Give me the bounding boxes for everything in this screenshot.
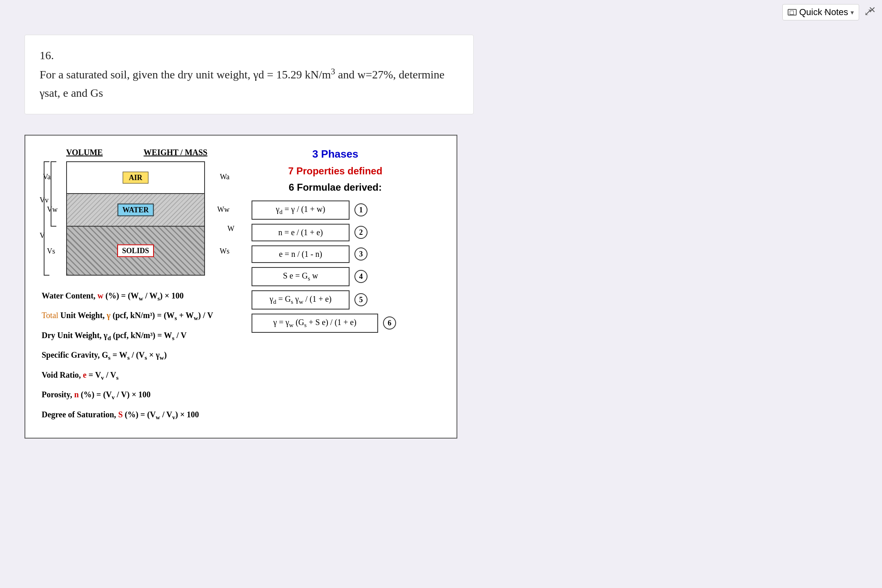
- formula-num-1: 1: [354, 203, 368, 216]
- air-phase: AIR: [66, 161, 205, 194]
- question-number: 16.: [40, 47, 68, 65]
- main-content: 16. For a saturated soil, given the dry …: [0, 22, 882, 451]
- formula-box-4: S e = Gs w: [252, 267, 350, 286]
- ws-label: Ws: [220, 247, 229, 256]
- formula-box-6: γ = γw (Gs + S e) / (1 + e): [252, 314, 378, 333]
- total-unit-eq: Total Unit Weight, γ (pcf, kN/m³) = (Ws …: [42, 307, 238, 325]
- quick-notes-icon: [788, 9, 797, 16]
- formulae-title: 6 Formulae derived:: [252, 182, 419, 193]
- phases-title: 3 Phases: [252, 148, 419, 160]
- formula-box-5: γd = Gs γw / (1 + e): [252, 290, 350, 310]
- spec-grav-eq: Specific Gravity, Gs = Ws / (Vs × γw): [42, 346, 238, 365]
- formula-row-6: γ = γw (Gs + S e) / (1 + e) 6: [252, 314, 419, 333]
- water-phase: WATER: [66, 194, 205, 227]
- formula-box-1: γd = γ / (1 + w): [252, 200, 350, 220]
- w-label: W: [227, 225, 234, 233]
- dropdown-arrow-icon: ▾: [851, 9, 854, 16]
- v-brace: [44, 161, 49, 276]
- diagram-left: VOLUME WEIGHT / MASS Va Vv Vw V Vs: [42, 148, 238, 426]
- ww-label: Ww: [217, 205, 229, 214]
- formula-row-4: S e = Gs w 4: [252, 267, 419, 286]
- formula-num-5: 5: [354, 293, 368, 306]
- formula-num-6: 6: [383, 316, 396, 330]
- weight-mass-header: WEIGHT / MASS: [144, 148, 207, 157]
- dry-unit-eq: Dry Unit Weight, γd (pcf, kN/m³) = Ws / …: [42, 327, 238, 345]
- question-text: For a saturated soil, given the dry unit…: [40, 65, 459, 102]
- vv-brace: [51, 161, 56, 227]
- solid-phase: SOLIDS: [66, 227, 205, 276]
- solids-label: SOLIDS: [117, 244, 154, 257]
- porosity-eq: Porosity, n (%) = (Vv / V) × 100: [42, 386, 238, 404]
- diagram-container: VOLUME WEIGHT / MASS Va Vv Vw V Vs: [24, 135, 457, 439]
- formula-num-2: 2: [354, 226, 368, 239]
- formula-row-3: e = n / (1 - n) 3: [252, 245, 419, 263]
- formula-row-5: γd = Gs γw / (1 + e) 5: [252, 290, 419, 310]
- diagram-right: 3 Phases 7 Properties defined 6 Formulae…: [239, 148, 419, 337]
- ellipsis-dots: ...: [813, 2, 829, 16]
- formula-box-2: n = e / (1 + e): [252, 224, 350, 241]
- formula-num-4: 4: [354, 270, 368, 283]
- water-label: WATER: [118, 203, 154, 216]
- properties-title: 7 Properties defined: [252, 165, 419, 177]
- equations: Water Content, w (%) = (Ww / Ws) × 100 T…: [42, 287, 238, 424]
- water-content-eq: Water Content, w (%) = (Ww / Ws) × 100: [42, 287, 238, 305]
- wa-label: Wa: [220, 173, 229, 181]
- formula-row-2: n = e / (1 + e) 2: [252, 224, 419, 241]
- question-box: 16. For a saturated soil, given the dry …: [24, 35, 474, 114]
- void-ratio-eq: Void Ratio, e = Vv / Vs: [42, 366, 238, 385]
- formula-row-1: γd = γ / (1 + w) 1: [252, 200, 419, 220]
- dos-eq: Degree of Saturation, S (%) = (Vw / Vv) …: [42, 406, 238, 424]
- close-button[interactable]: ×: [869, 3, 875, 16]
- formula-num-3: 3: [354, 247, 368, 261]
- air-label: AIR: [122, 172, 148, 183]
- volume-header: VOLUME: [66, 148, 103, 157]
- formula-box-3: e = n / (1 - n): [252, 245, 350, 263]
